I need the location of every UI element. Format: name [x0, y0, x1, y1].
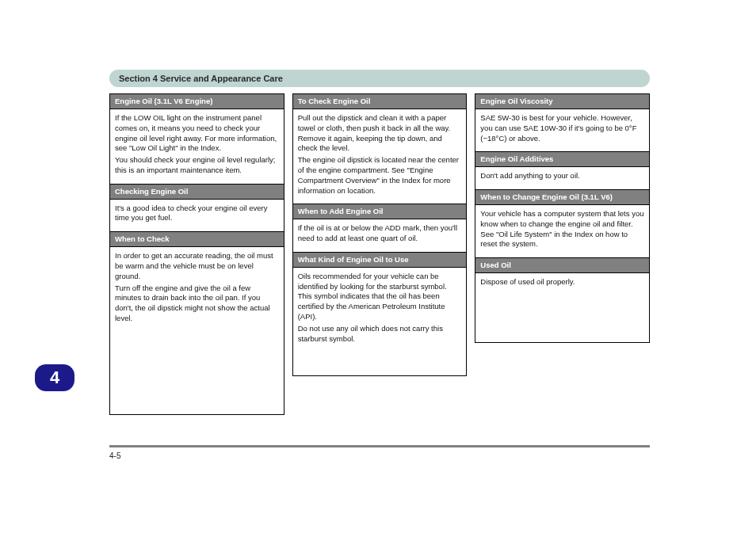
- subheading: Used Oil: [475, 257, 649, 273]
- subheading: When to Add Engine Oil: [293, 204, 467, 219]
- body-text: Pull out the dipstick and clean it with …: [293, 109, 467, 204]
- body-text: Don't add anything to your oil.: [475, 167, 649, 189]
- subheading: Checking Engine Oil: [110, 184, 284, 200]
- paragraph: Don't add anything to your oil.: [480, 171, 644, 181]
- subheading: Engine Oil Additives: [475, 151, 649, 167]
- section-number: 4: [50, 367, 59, 388]
- footer-divider: [109, 445, 650, 447]
- body-text: Your vehicle has a computer system that …: [475, 205, 649, 257]
- body-text: Dispose of used oil properly.: [475, 273, 649, 295]
- subheading: When to Check: [110, 231, 284, 247]
- columns-container: Engine Oil (3.1L V6 Engine) If the LOW O…: [109, 93, 650, 415]
- body-text: SAE 5W-30 is best for your vehicle. Howe…: [475, 109, 649, 151]
- paragraph: If the LOW OIL light on the instrument p…: [115, 113, 279, 154]
- page-content: Section 4 Service and Appearance Care En…: [109, 70, 650, 415]
- paragraph: In order to get an accurate reading, the…: [115, 251, 279, 281]
- paragraph: If the oil is at or below the ADD mark, …: [298, 223, 462, 244]
- paragraph: Your vehicle has a computer system that …: [480, 209, 644, 249]
- subheading: When to Change Engine Oil (3.1L V6): [475, 189, 649, 205]
- body-text: Oils recommended for your vehicle can be…: [293, 268, 467, 352]
- subheading: Engine Oil Viscosity: [475, 94, 649, 109]
- section-number-tab: 4: [35, 364, 74, 391]
- paragraph: Oils recommended for your vehicle can be…: [298, 272, 462, 322]
- paragraph: The engine oil dipstick is located near …: [298, 155, 462, 196]
- paragraph: SAE 5W-30 is best for your vehicle. Howe…: [480, 113, 644, 143]
- page-number: 4-5: [109, 451, 120, 460]
- subheading: To Check Engine Oil: [293, 94, 467, 109]
- body-text: If the oil is at or below the ADD mark, …: [293, 219, 467, 252]
- subheading: What Kind of Engine Oil to Use: [293, 252, 467, 268]
- page-footer: 4-5: [109, 451, 650, 460]
- column-1: Engine Oil (3.1L V6 Engine) If the LOW O…: [109, 93, 284, 415]
- column-3: Engine Oil Viscosity SAE 5W-30 is best f…: [475, 93, 650, 343]
- paragraph: It's a good idea to check your engine oi…: [115, 204, 279, 224]
- subheading: Engine Oil (3.1L V6 Engine): [110, 94, 284, 109]
- paragraph: Dispose of used oil properly.: [480, 277, 644, 287]
- manual-page: 4 Section 4 Service and Appearance Care …: [0, 0, 756, 533]
- body-text: It's a good idea to check your engine oi…: [110, 200, 284, 232]
- paragraph: Pull out the dipstick and clean it with …: [298, 113, 462, 154]
- paragraph: You should check your engine oil level r…: [115, 155, 279, 176]
- section-header: Section 4 Service and Appearance Care: [109, 70, 650, 87]
- body-text: In order to get an accurate reading, the…: [110, 247, 284, 332]
- paragraph: Turn off the engine and give the oil a f…: [115, 284, 279, 324]
- paragraph: Do not use any oil which does not carry …: [298, 324, 462, 345]
- column-2: To Check Engine Oil Pull out the dipstic…: [292, 93, 468, 376]
- body-text: If the LOW OIL light on the instrument p…: [110, 109, 284, 184]
